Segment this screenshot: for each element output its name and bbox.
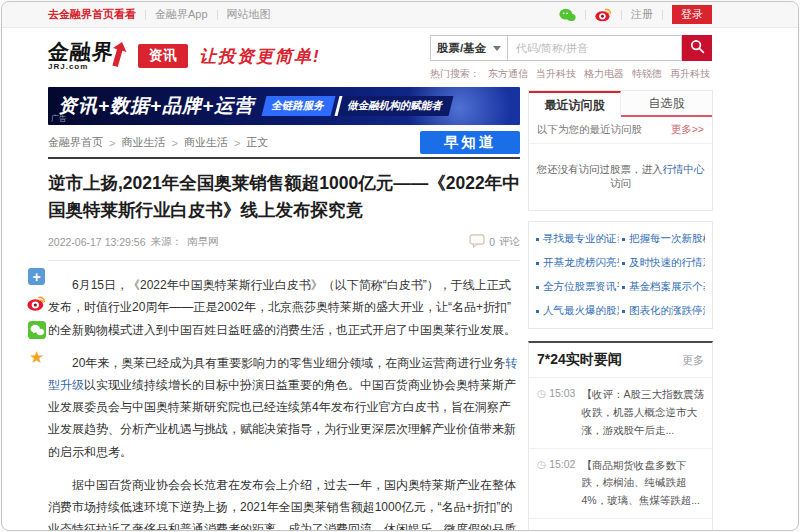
recent-stocks-empty-state: 您还没有访问过股票，进入行情中心访问	[529, 144, 712, 210]
quick-link[interactable]: 把握每一次新股机会	[622, 232, 705, 246]
realtime-news-more-link[interactable]: 更多	[682, 353, 704, 368]
ad-banner-content: 资讯+数据+品牌+运营 全链路服务 做金融机构的赋能者	[48, 87, 520, 125]
comment-label: 评论	[499, 235, 520, 249]
breadcrumb-row: 金融界首页 > 商业生活 > 商业生活 > 正文 早知道	[48, 128, 520, 159]
bullet-icon	[622, 238, 625, 241]
bullet-icon	[536, 238, 539, 241]
zaozhidao-button[interactable]: 早知道	[420, 131, 520, 154]
paragraph-text: 20年来，奥莱已经成为具有重要影响力的零售业细分领域，在商业运营商进行业务	[72, 356, 505, 370]
quick-link[interactable]: 全方位股票资讯平台	[536, 280, 619, 294]
comment-bubble-icon	[469, 234, 485, 250]
empty-text-after: 访问	[610, 177, 631, 189]
news-time-value: 15:03	[549, 387, 575, 399]
news-headline[interactable]: 【收评：A股三大指数震荡收跌，机器人概念逆市大涨，游戏股午后走...	[581, 386, 704, 440]
logo-main-text: 金融界	[47, 41, 115, 62]
qzone-share-icon[interactable]: ★	[29, 349, 44, 366]
news-headline[interactable]: 【商品期货收盘多数下跌，棕榈油、纯碱跌超4%，玻璃、焦煤等跌超...	[581, 457, 704, 511]
divider	[217, 10, 218, 20]
ad-tag: 广告	[51, 113, 67, 124]
news-item: ◷15:03 【收评：A股三大指数震荡收跌，机器人概念逆市大涨，游戏股午后走..…	[529, 377, 712, 448]
article-paragraph: 6月15日，《2022年中国奥特莱斯行业白皮书》（以下简称“白皮书”），于线上正…	[48, 274, 520, 341]
bullet-icon	[622, 310, 625, 313]
stock-widget-tabs: 最近访问股 自选股	[529, 91, 712, 117]
empty-text-before: 您还没有访问过股票，进入	[537, 163, 663, 175]
breadcrumb-channel[interactable]: 商业生活	[121, 135, 165, 150]
search-icon	[690, 39, 705, 57]
quick-link[interactable]: 开基龙虎榜闪亮登场	[536, 256, 619, 270]
page-frame: 去金融界首页看看 金融界App 网站地图 注册 登录 金融界 JRJ.com	[1, 1, 799, 531]
sitemap-link[interactable]: 网站地图	[227, 7, 271, 22]
empty-text: 您还没有访问过股票，进入行情中心访问	[533, 163, 708, 191]
search-button[interactable]	[682, 35, 712, 61]
channel-badge[interactable]: 资讯	[138, 44, 188, 68]
recent-stocks-label: 以下为您的最近访问股	[537, 123, 642, 137]
tab-recent-stocks[interactable]: 最近访问股	[529, 91, 621, 117]
hot-search-item[interactable]: 东方通信	[488, 67, 528, 81]
quick-link-label: 人气最火爆的股票论坛	[543, 304, 619, 318]
site-logo[interactable]: 金融界 JRJ.com	[48, 41, 125, 71]
hot-search-item[interactable]: 再升科技	[670, 67, 710, 81]
search-input[interactable]	[508, 35, 682, 61]
quick-link-label: 基金档案展示个基资料	[629, 280, 705, 294]
realtime-news-title: 7*24实时要闻	[537, 351, 622, 369]
breadcrumb-current: 正文	[246, 135, 268, 150]
breadcrumb-section[interactable]: 商业生活	[184, 135, 228, 150]
topbar-links: 去金融界首页看看 金融界App 网站地图	[48, 7, 271, 22]
content-column: 资讯+数据+品牌+运营 全链路服务 做金融机构的赋能者 广告 金融界首页 > 商…	[48, 87, 520, 531]
clock-icon: ◷	[537, 528, 546, 531]
bullet-icon	[622, 262, 625, 265]
hot-search-row: 热门搜索： 东方通信 当升科技 格力电器 特锐德 再升科技	[430, 67, 712, 81]
home-link[interactable]: 去金融界首页看看	[48, 7, 136, 22]
weibo-share-icon[interactable]	[27, 295, 46, 311]
quick-link[interactable]: 寻找最专业的证券信息	[536, 232, 619, 246]
weibo-icon[interactable]	[595, 7, 612, 22]
search-category-select[interactable]: 股票/基金	[430, 35, 508, 61]
app-link[interactable]: 金融界App	[155, 7, 208, 22]
divider	[621, 10, 622, 20]
topbar-account: 注册 登录	[559, 5, 712, 24]
hot-search-item[interactable]: 格力电器	[584, 67, 624, 81]
quick-link-label: 开基龙虎榜闪亮登场	[543, 256, 619, 270]
tab-watchlist[interactable]: 自选股	[621, 91, 712, 117]
ad-badge-slogan: 做金融机构的赋能者	[334, 96, 452, 116]
register-link[interactable]: 注册	[631, 7, 653, 22]
hot-search-item[interactable]: 当升科技	[536, 67, 576, 81]
logo-text: 金融界 JRJ.com	[48, 41, 114, 71]
news-item: ◷14:46 【安信证券：房地产销售拐点到了吗？】6月全国销售见底的概率有多..…	[529, 518, 712, 531]
comment-count: 0	[489, 236, 495, 248]
ad-banner[interactable]: 资讯+数据+品牌+运营 全链路服务 做金融机构的赋能者 广告	[48, 87, 520, 125]
login-button[interactable]: 登录	[672, 5, 712, 24]
realtime-news-widget: 7*24实时要闻 更多 ◷15:03 【收评：A股三大指数震荡收跌，机器人概念逆…	[528, 341, 713, 531]
article-meta: 2022-06-17 13:29:56 来源： 南早网 0 评论	[48, 234, 520, 261]
site-slogan: 让投资更简单!	[199, 45, 321, 68]
breadcrumb-separator: >	[171, 137, 177, 149]
quick-link[interactable]: 及时快速的行情系统	[622, 256, 705, 270]
ad-badge-service: 全链路服务	[262, 96, 335, 116]
quick-link[interactable]: 图表化的涨跌停温度计	[622, 304, 705, 318]
logo-sub-text: JRJ.com	[48, 63, 114, 71]
quick-link[interactable]: 基金档案展示个基资料	[622, 280, 705, 294]
article-paragraph: 据中国百货商业协会会长范君在发布会上介绍，过去一年，国内奥特莱斯产业在整体消费市…	[48, 474, 520, 531]
market-center-link[interactable]: 行情中心	[663, 163, 705, 175]
news-headline[interactable]: 【安信证券：房地产销售拐点到了吗？】6月全国销售见底的概率有多...	[581, 527, 704, 531]
breadcrumb-home[interactable]: 金融界首页	[48, 135, 103, 150]
wechat-share-icon[interactable]	[28, 321, 46, 339]
comments-link[interactable]: 0 评论	[469, 234, 520, 250]
stock-widget: 最近访问股 自选股 以下为您的最近访问股 更多>> 您还没有访问过股票，进入行情…	[528, 90, 713, 211]
quick-links: 寻找最专业的证券信息 把握每一次新股机会 开基龙虎榜闪亮登场 及时快速的行情系统…	[528, 221, 713, 329]
quick-link[interactable]: 人气最火爆的股票论坛	[536, 304, 619, 318]
news-timestamp: ◷15:02	[537, 457, 575, 470]
hot-search-item[interactable]: 特锐德	[632, 67, 662, 81]
search-area: 股票/基金 热门搜索： 东方通信 当升科技 格力电器 特锐德 再升科技	[430, 35, 712, 81]
wechat-icon[interactable]	[559, 8, 576, 22]
recent-stocks-more-link[interactable]: 更多>>	[671, 123, 704, 137]
hot-search-label: 热门搜索：	[430, 67, 480, 81]
quick-link-label: 及时快速的行情系统	[629, 256, 705, 270]
breadcrumb-separator: >	[234, 137, 240, 149]
sidebar: 最近访问股 自选股 以下为您的最近访问股 更多>> 您还没有访问过股票，进入行情…	[528, 87, 713, 531]
share-more-icon[interactable]: +	[28, 268, 45, 285]
divider	[145, 10, 146, 20]
clock-icon: ◷	[537, 387, 546, 399]
search-category-label: 股票/基金	[437, 41, 486, 56]
article-source[interactable]: 南早网	[187, 235, 219, 249]
